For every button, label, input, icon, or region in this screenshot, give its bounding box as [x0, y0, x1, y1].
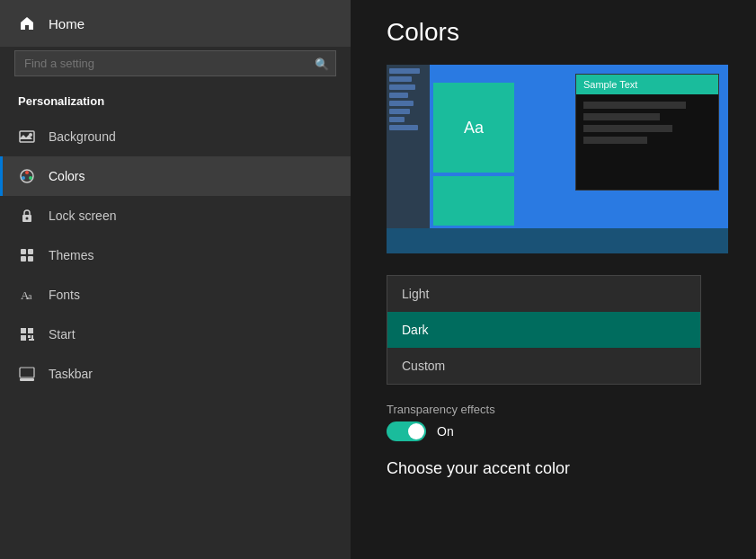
svg-point-5: [22, 176, 25, 180]
svg-text:a: a: [28, 291, 32, 301]
light-label: Light: [402, 287, 429, 301]
svg-point-7: [26, 217, 29, 220]
toggle-knob: [408, 423, 424, 439]
aa-label: Aa: [464, 119, 484, 138]
taskbar-label: Taskbar: [49, 367, 93, 381]
fonts-icon: A a: [18, 286, 36, 304]
transparency-toggle[interactable]: [387, 421, 426, 441]
sample-text-label: Sample Text: [583, 79, 637, 90]
color-mode-dropdown[interactable]: Light Dark Custom: [387, 275, 701, 385]
svg-rect-14: [21, 328, 26, 333]
svg-rect-8: [21, 249, 26, 254]
home-icon: [18, 14, 36, 32]
sidebar: Home 🔍 Personalization Background Colors: [0, 0, 351, 559]
svg-rect-17: [28, 335, 31, 338]
search-icon: 🔍: [315, 57, 329, 70]
themes-icon: [18, 246, 36, 264]
dropdown-item-light[interactable]: Light: [387, 276, 700, 312]
transparency-label: Transparency effects: [387, 403, 720, 416]
transparency-section: Transparency effects On: [387, 403, 720, 441]
home-label: Home: [49, 16, 84, 31]
background-icon: [18, 128, 36, 146]
preview-taskbar: [387, 228, 728, 253]
svg-point-4: [29, 176, 32, 180]
preview-bottom-tile: [433, 176, 514, 226]
custom-label: Custom: [402, 359, 445, 373]
sidebar-item-home[interactable]: Home: [0, 0, 351, 47]
start-label: Start: [49, 327, 76, 342]
preview-right-window: Sample Text: [575, 74, 719, 191]
sidebar-item-background[interactable]: Background: [0, 117, 351, 156]
svg-point-1: [29, 133, 32, 137]
sidebar-item-lockscreen[interactable]: Lock screen: [0, 196, 351, 235]
preview-window-content: [576, 94, 718, 151]
theme-preview: Aa Sample Text: [387, 65, 728, 253]
dropdown-item-dark[interactable]: Dark: [387, 312, 700, 348]
background-label: Background: [49, 129, 116, 144]
svg-rect-15: [28, 328, 33, 333]
fonts-label: Fonts: [49, 288, 80, 302]
sidebar-item-taskbar[interactable]: Taskbar: [0, 354, 351, 394]
start-icon: [18, 325, 36, 343]
themes-label: Themes: [49, 248, 94, 262]
dropdown-item-custom[interactable]: Custom: [387, 348, 700, 384]
lockscreen-label: Lock screen: [49, 209, 116, 223]
svg-point-3: [25, 171, 29, 174]
svg-rect-20: [20, 368, 34, 377]
svg-rect-10: [21, 256, 26, 262]
transparency-toggle-row: On: [387, 421, 720, 441]
sidebar-item-themes[interactable]: Themes: [0, 235, 351, 275]
svg-rect-16: [21, 335, 26, 341]
page-title: Colors: [387, 18, 720, 47]
colors-icon: [18, 167, 36, 185]
preview-center-tile: Aa: [433, 83, 514, 173]
toggle-on-label: On: [437, 424, 454, 439]
sidebar-item-start[interactable]: Start: [0, 315, 351, 354]
preview-window-titlebar: Sample Text: [576, 75, 718, 94]
sidebar-item-colors[interactable]: Colors: [0, 156, 351, 196]
search-input[interactable]: [14, 50, 336, 76]
search-container: 🔍: [14, 50, 336, 76]
dark-label: Dark: [402, 323, 429, 337]
svg-rect-11: [28, 256, 33, 262]
colors-label: Colors: [49, 169, 84, 183]
svg-rect-21: [20, 378, 34, 381]
preview-left-panel: [387, 65, 430, 228]
svg-rect-19: [29, 339, 34, 341]
taskbar-icon: [18, 365, 36, 383]
lockscreen-icon: [18, 207, 36, 225]
main-content: Colors Aa Sample Text: [351, 0, 756, 559]
sidebar-section-title: Personalization: [0, 87, 351, 117]
sidebar-item-fonts[interactable]: A a Fonts: [0, 275, 351, 315]
accent-color-title: Choose your accent color: [387, 459, 720, 478]
svg-rect-9: [28, 249, 33, 254]
